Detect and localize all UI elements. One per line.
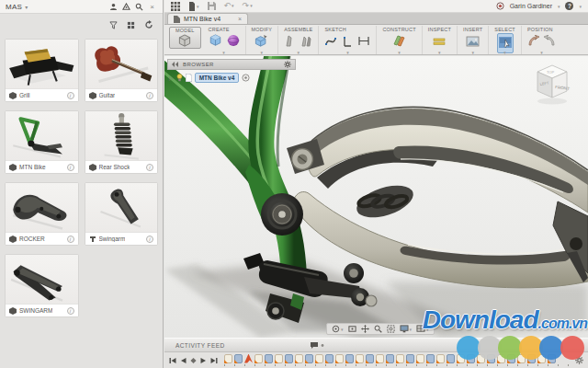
new-component-icon[interactable] (284, 34, 296, 51)
timeline-feature-cream-icon[interactable] (376, 354, 384, 363)
info-icon[interactable]: i (146, 236, 153, 243)
browser-root-row[interactable]: ▷ MTN Bike v4 (167, 70, 296, 86)
timeline-feature-cream-icon[interactable] (335, 354, 344, 363)
chevron-down-icon[interactable]: ▾ (25, 4, 28, 10)
browser-panel-header[interactable]: BROWSER (167, 59, 296, 70)
ribbon-group-caret[interactable]: ▾ (346, 51, 349, 55)
visibility-bulb-icon[interactable] (176, 74, 183, 82)
app-grid-icon[interactable] (171, 2, 180, 11)
info-icon[interactable]: i (67, 92, 74, 99)
info-icon[interactable]: i (67, 164, 74, 171)
measure-icon[interactable] (433, 34, 446, 51)
construction-plane-icon[interactable] (392, 34, 406, 51)
timeline-feature-blue-icon[interactable] (406, 354, 414, 363)
go-to-start-icon[interactable] (169, 357, 176, 364)
timeline-feature-blue-icon[interactable] (305, 354, 313, 363)
redo-icon[interactable]: ↷▾ (243, 2, 253, 10)
collapse-left-icon[interactable] (172, 62, 179, 67)
data-item-rocker[interactable]: ROCKER i (5, 182, 79, 246)
display-settings-icon[interactable]: ▾ (400, 325, 413, 333)
pan-icon[interactable] (361, 325, 369, 333)
grid-view-icon[interactable] (126, 20, 136, 30)
create-box-icon[interactable] (209, 34, 222, 51)
person-icon[interactable] (108, 2, 119, 12)
info-icon[interactable]: i (146, 164, 153, 171)
timeline-feature-cream-icon[interactable] (416, 354, 424, 363)
viewport-3d[interactable]: BROWSER ▷ MTN Bike v4 (164, 56, 588, 338)
look-at-icon[interactable] (348, 325, 356, 333)
timeline-feature-blue-icon[interactable] (386, 354, 394, 363)
ribbon-group-caret[interactable]: ▾ (471, 51, 474, 55)
sketch-spline-icon[interactable] (324, 34, 337, 51)
timeline-feature-cream-icon[interactable] (254, 354, 263, 363)
play-forward-icon[interactable] (200, 357, 207, 364)
ribbon-group-caret[interactable]: ▾ (298, 51, 300, 55)
workspace-switcher[interactable]: MODEL (169, 27, 201, 49)
ribbon-group-caret[interactable]: ▾ (261, 51, 264, 55)
create-form-icon[interactable] (227, 34, 240, 51)
timeline-feature-blue-icon[interactable] (447, 354, 455, 363)
timeline-feature-cream-icon[interactable] (315, 354, 323, 363)
timeline-feature-blue-icon[interactable] (325, 354, 334, 363)
timeline-feature-cream-icon[interactable] (224, 354, 232, 363)
data-item-swingarm-assembly[interactable]: SWINGARM i (5, 254, 79, 317)
record-icon[interactable] (496, 2, 504, 10)
refresh-icon[interactable] (143, 20, 153, 30)
help-button[interactable]: ? (565, 2, 573, 10)
tab-close-icon[interactable]: × (238, 16, 242, 23)
sketch-line-icon[interactable] (342, 34, 353, 51)
browser-root-label[interactable]: MTN Bike v4 (195, 73, 240, 83)
info-icon[interactable]: i (67, 307, 74, 315)
info-icon[interactable]: i (146, 92, 153, 99)
step-back-icon[interactable] (180, 357, 187, 364)
save-icon[interactable] (208, 2, 216, 10)
file-menu-icon[interactable]: ▾ (188, 2, 199, 11)
timeline-feature-cream-icon[interactable] (295, 354, 303, 363)
ribbon-group-caret[interactable]: ▾ (438, 51, 441, 55)
timeline-feature-blue-icon[interactable] (285, 354, 293, 363)
sketch-dimension-icon[interactable] (357, 34, 370, 51)
joint-icon[interactable] (300, 34, 312, 51)
data-item-guitar[interactable]: Guitar i (85, 39, 159, 102)
project-title[interactable]: MAS (6, 3, 22, 11)
document-tab[interactable]: MTN Bike v4 × (167, 13, 248, 24)
expand-arrow-icon[interactable]: ▷ (169, 75, 174, 81)
orbit-icon[interactable]: ▾ (332, 325, 344, 333)
close-panel-icon[interactable]: × (147, 2, 157, 12)
fit-icon[interactable] (387, 325, 395, 333)
timeline-feature-cream-icon[interactable] (436, 354, 445, 363)
data-item-mtn-bike[interactable]: MTN Bike i (5, 110, 79, 174)
component-color-swatch-icon[interactable] (242, 74, 250, 82)
current-position-icon[interactable] (190, 357, 197, 364)
undo-icon[interactable]: ↶▾ (224, 2, 234, 10)
ribbon-group-caret[interactable]: ▾ (222, 51, 225, 55)
timeline-feature-blue-icon[interactable] (265, 354, 273, 363)
attached-canvas-icon[interactable] (466, 34, 480, 51)
go-to-end-icon[interactable] (210, 357, 218, 364)
data-item-grill[interactable]: Grill i (5, 39, 79, 102)
timeline-feature-blue-icon[interactable] (345, 354, 354, 363)
user-account-button[interactable]: Garin Gardiner (510, 3, 552, 9)
timeline-feature-cream-icon[interactable] (396, 354, 404, 363)
filter-icon[interactable] (108, 20, 119, 30)
timeline-feature-cream-icon[interactable] (356, 354, 364, 363)
ribbon-group-caret[interactable]: ▾ (503, 51, 506, 55)
revert-position-icon[interactable] (544, 34, 556, 51)
timeline-feature-blue-icon[interactable] (426, 354, 435, 363)
browser-settings-gear-icon[interactable] (284, 61, 291, 68)
data-item-swingarm-part[interactable]: Swingarm i (85, 182, 159, 246)
ribbon-group-caret[interactable]: ▾ (540, 51, 543, 55)
capture-position-icon[interactable] (527, 34, 539, 51)
zoom-icon[interactable] (374, 325, 382, 333)
search-icon[interactable] (134, 2, 144, 12)
press-pull-icon[interactable] (254, 34, 268, 51)
timeline-feature-red-icon[interactable] (244, 354, 253, 363)
comment-icon[interactable] (311, 342, 318, 349)
ribbon-group-caret[interactable]: ▾ (398, 51, 401, 55)
share-icon[interactable] (121, 2, 131, 12)
timeline-feature-blue-icon[interactable] (366, 354, 374, 363)
viewcube[interactable]: FRONT LEFT TOP (531, 62, 573, 108)
timeline-feature-blue-icon[interactable] (234, 354, 243, 363)
data-item-rear-shock[interactable]: Rear Shock i (85, 110, 159, 174)
info-icon[interactable]: i (67, 236, 74, 243)
